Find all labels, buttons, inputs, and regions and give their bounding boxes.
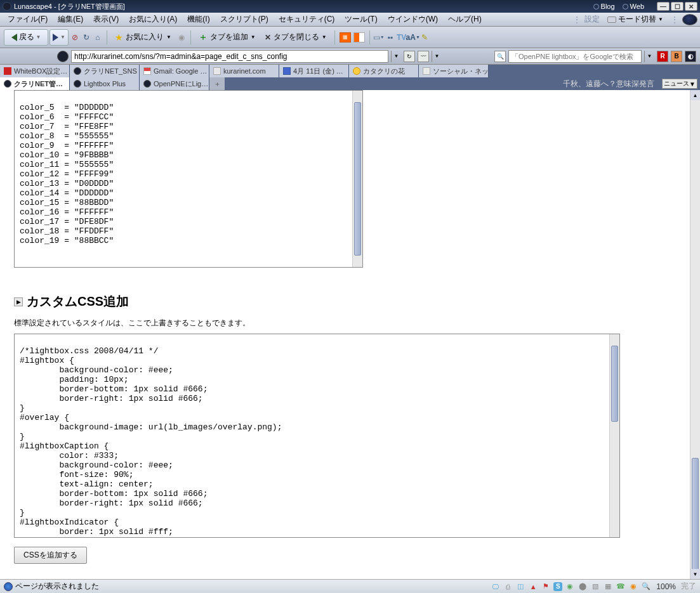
tray-flag-icon[interactable]: ⚑ — [541, 582, 551, 592]
close-button[interactable]: ✕ — [685, 2, 697, 11]
lunascape-logo-icon[interactable] — [682, 14, 697, 25]
menu-view[interactable]: 表示(V) — [88, 13, 124, 26]
settings-label[interactable]: 設定 — [581, 14, 604, 25]
menubar: ファイル(F) 編集(E) 表示(V) お気に入り(A) 機能(I) スクリプト… — [0, 13, 700, 27]
tab-icon — [4, 67, 11, 75]
popup-icon[interactable]: ▭▼ — [374, 32, 384, 42]
search-engine-icon[interactable]: 🔍 — [494, 51, 506, 62]
custom-css-textarea[interactable]: /*lightbox.css 2008/04/11 */ #lightbox {… — [14, 334, 620, 538]
section-toggle-icon[interactable]: ▶ — [14, 297, 23, 306]
reload-addr-button[interactable]: ↻ — [404, 51, 415, 62]
menu-tools[interactable]: ツール(T) — [340, 13, 382, 26]
graph-icon[interactable]: 〰 — [418, 51, 429, 62]
tab-kurarinet-com[interactable]: kurarinet.com — [209, 65, 279, 77]
tray-msn-icon[interactable]: ◉ — [565, 582, 575, 592]
tab-whitebox[interactable]: WhiteBOX設定… — [0, 65, 70, 77]
tray-rss-icon[interactable]: ◉ — [628, 582, 638, 592]
status-done: 完了 — [681, 581, 696, 592]
tray-zoom-icon[interactable]: 🔍 — [641, 582, 651, 592]
tray-shield-icon[interactable]: ▲ — [528, 582, 538, 592]
scroll-thumb[interactable] — [692, 458, 699, 572]
back-button[interactable]: 戻る▼ — [4, 29, 48, 46]
tab-calendar[interactable]: 4月 11日 (金) … — [279, 65, 349, 77]
tab-icon — [143, 80, 151, 88]
arrow-right-icon — [53, 34, 58, 41]
tab-flower[interactable]: カタクリの花 — [349, 65, 419, 77]
news-ticker[interactable]: 千秋、遠藤へ？意味深発言 — [558, 77, 659, 90]
tray-printer-icon[interactable]: ⎙ — [503, 582, 513, 592]
tab-gmail[interactable]: Gmail: Google … — [140, 65, 209, 77]
minimize-button[interactable]: — — [657, 2, 670, 11]
menu-help[interactable]: ヘルプ(H) — [443, 13, 487, 26]
menu-window[interactable]: ウインドウ(W) — [383, 13, 443, 26]
search-dropdown[interactable]: ▼ — [644, 51, 654, 62]
toolbar-grip-icon: ⋮ — [573, 15, 581, 24]
news-dropdown[interactable]: ニュース ▼ — [662, 79, 697, 89]
tab-openpne-lig[interactable]: OpenPNEにLig… — [140, 77, 209, 90]
tray-clip-icon[interactable]: ▧ — [590, 582, 600, 592]
scroll-thumb[interactable] — [611, 346, 618, 422]
home-button[interactable]: ⌂ — [93, 32, 103, 42]
tray-lock-icon[interactable]: ⬤ — [578, 582, 588, 592]
add-css-button[interactable]: CSSを追加する — [14, 547, 87, 564]
feed-button[interactable]: ◉ — [176, 32, 187, 42]
address-row: ▼ ↻ 〰 ▼ 🔍 ▼ R B ◐ — [0, 48, 700, 65]
mode-switch[interactable]: モード切替▼ — [604, 14, 667, 25]
inner-scrollbar[interactable] — [609, 334, 619, 537]
inner-scrollbar[interactable] — [352, 91, 362, 267]
close-tab-button[interactable]: ✕タブを閉じる▼ — [261, 29, 331, 46]
tab-icon — [353, 67, 360, 75]
scroll-up-icon[interactable]: ▲ — [690, 90, 700, 100]
web-link[interactable]: Web — [623, 3, 644, 10]
tv-icon[interactable]: TV — [397, 32, 407, 42]
tray-skype-icon[interactable]: S — [553, 582, 562, 591]
favorites-button[interactable]: ★お気に入り▼ — [111, 29, 175, 46]
tray-network-icon[interactable]: ◫ — [515, 582, 525, 592]
addr-menu[interactable]: ▼ — [432, 51, 442, 62]
menu-favorites[interactable]: お気に入り(A) — [124, 13, 182, 26]
text-size-icon[interactable]: aA▼ — [408, 32, 418, 42]
ie-icon — [4, 582, 13, 591]
content-area: color_5 = "DDDDDD" color_6 = "FFFFCC" co… — [0, 90, 700, 579]
tray-app-icon[interactable]: ▦ — [603, 582, 613, 592]
reload-button[interactable]: ↻ — [81, 32, 91, 42]
address-dropdown[interactable]: ▼ — [391, 51, 401, 62]
tab-icon — [283, 67, 291, 75]
tab-lightbox-plus[interactable]: Lightbox Plus — [70, 77, 140, 90]
menu-file[interactable]: ファイル(F) — [3, 13, 53, 26]
tray-monitor-icon[interactable]: 🖵 — [490, 582, 500, 592]
view-options-icon[interactable]: ▪▪ — [385, 32, 395, 42]
arrow-left-icon — [11, 34, 17, 41]
search-input[interactable] — [508, 50, 642, 63]
menu-security[interactable]: セキュリティ(C) — [274, 13, 340, 26]
ext-icon-moon[interactable]: ◐ — [685, 51, 696, 62]
toolbar-icon-2[interactable] — [353, 32, 365, 42]
tab-icon — [74, 80, 81, 88]
stop-button[interactable]: ⊘ — [70, 32, 80, 42]
toolbar-icon-1[interactable]: ▦ — [340, 32, 351, 42]
menu-function[interactable]: 機能(I) — [182, 13, 215, 26]
menu-edit[interactable]: 編集(E) — [53, 13, 88, 26]
forward-button[interactable]: ▼ — [50, 29, 69, 46]
ext-icon-r[interactable]: R — [657, 51, 668, 62]
tray-phone-icon[interactable]: ☎ — [616, 582, 626, 592]
section-title: カスタムCSS追加 — [27, 293, 129, 310]
ext-icon-b[interactable]: B — [671, 51, 682, 62]
tab-kurarinet-admin[interactable]: クラリNET管… — [0, 77, 70, 90]
tab-icon — [4, 80, 11, 88]
scroll-down-icon[interactable]: ▼ — [690, 569, 700, 579]
address-input[interactable] — [71, 50, 388, 63]
color-config-textarea[interactable]: color_5 = "DDDDDD" color_6 = "FFFFCC" co… — [14, 90, 363, 268]
tab-social[interactable]: ソーシャル・ネッ… — [419, 65, 489, 77]
tab-icon — [74, 67, 81, 75]
page-scrollbar[interactable]: ▲ ▼ — [690, 90, 700, 579]
maximize-button[interactable]: ☐ — [671, 2, 683, 11]
zoom-level[interactable]: 100% — [656, 582, 676, 591]
tab-kurarinet-sns[interactable]: クラリNET_SNS — [70, 65, 140, 77]
menu-script[interactable]: スクリプト(P) — [215, 13, 274, 26]
tab-icon — [213, 67, 221, 75]
blog-link[interactable]: Blog — [593, 3, 615, 10]
new-tab-button[interactable]: ＋ — [209, 77, 225, 90]
add-tab-button[interactable]: ＋タブを追加▼ — [195, 29, 260, 46]
wand-icon[interactable]: ✎ — [419, 32, 430, 42]
